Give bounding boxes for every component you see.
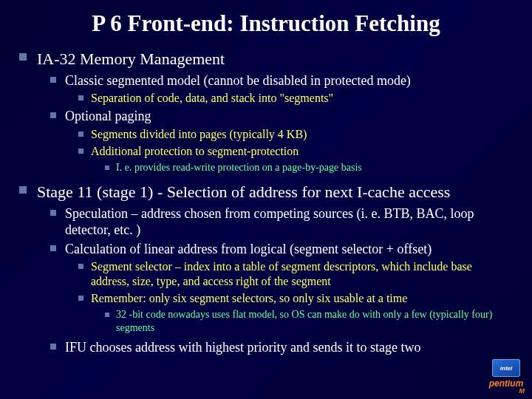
- bullet-icon: [50, 344, 56, 349]
- bullet-icon: [105, 166, 109, 170]
- bullet-text: Optional paging: [65, 108, 151, 125]
- slide-title: P 6 Front-end: Instruction Fetching: [19, 10, 513, 37]
- logo-suffix-text: M: [519, 387, 525, 395]
- bullet-icon: [78, 132, 83, 137]
- bullet-lvl3: Segment selector – index into a table of…: [78, 259, 513, 289]
- bullet-lvl3: Segments divided into pages (typically 4…: [78, 127, 513, 142]
- bullet-lvl2: Speculation – address chosen from compet…: [50, 205, 513, 239]
- bullet-lvl3: Additional protection to segment-protect…: [78, 144, 513, 159]
- bullet-icon: [78, 149, 83, 154]
- bullet-icon: [50, 112, 56, 118]
- bullet-lvl1: IA-32 Memory Management: [19, 49, 513, 69]
- logo-brand-text: pentium: [489, 378, 524, 389]
- bullet-text: Classic segmented model (cannot be disab…: [65, 72, 411, 89]
- bullet-text: 32 -bit code nowadays uses flat model, s…: [116, 308, 513, 334]
- bullet-text: I. e. provides read-write protection on …: [116, 161, 362, 174]
- bullet-text: IA-32 Memory Management: [37, 49, 225, 69]
- bullet-icon: [78, 264, 83, 269]
- bullet-lvl2: IFU chooses address with highest priorit…: [50, 339, 513, 356]
- bullet-lvl4: 32 -bit code nowadays uses flat model, s…: [105, 308, 513, 334]
- bullet-lvl4: I. e. provides read-write protection on …: [105, 161, 513, 174]
- slide: P 6 Front-end: Instruction Fetching IA-3…: [0, 0, 532, 366]
- bullet-text: Stage 11 (stage 1) - Selection of addres…: [37, 182, 450, 202]
- bullet-icon: [105, 313, 109, 317]
- bullet-lvl2: Calculation of linear address from logic…: [50, 241, 513, 258]
- intel-pentium-logo: intel pentium M: [485, 359, 528, 395]
- bullet-lvl2: Classic segmented model (cannot be disab…: [50, 72, 513, 89]
- bullet-lvl3: Separation of code, data, and stack into…: [78, 91, 513, 106]
- logo-chip-text: intel: [500, 365, 512, 372]
- intel-chip-icon: intel: [492, 359, 520, 377]
- bullet-text: Additional protection to segment-protect…: [91, 144, 299, 159]
- bullet-lvl3: Remember: only six segment selectors, so…: [78, 291, 513, 306]
- bullet-icon: [78, 95, 83, 100]
- bullet-icon: [50, 245, 56, 251]
- bullet-text: Segments divided into pages (typically 4…: [91, 127, 307, 142]
- bullet-text: IFU chooses address with highest priorit…: [65, 339, 420, 356]
- bullet-lvl2: Optional paging: [50, 108, 513, 125]
- bullet-icon: [19, 53, 27, 61]
- bullet-text: Calculation of linear address from logic…: [65, 241, 432, 258]
- bullet-icon: [50, 210, 56, 216]
- bullet-text: Remember: only six segment selectors, so…: [91, 291, 407, 306]
- bullet-icon: [78, 296, 83, 301]
- bullet-icon: [19, 186, 27, 194]
- bullet-text: Segment selector – index into a table of…: [91, 259, 513, 289]
- bullet-lvl1: Stage 11 (stage 1) - Selection of addres…: [19, 182, 513, 202]
- bullet-text: Speculation – address chosen from compet…: [65, 205, 513, 239]
- bullet-icon: [50, 77, 56, 83]
- bullet-text: Separation of code, data, and stack into…: [91, 91, 333, 106]
